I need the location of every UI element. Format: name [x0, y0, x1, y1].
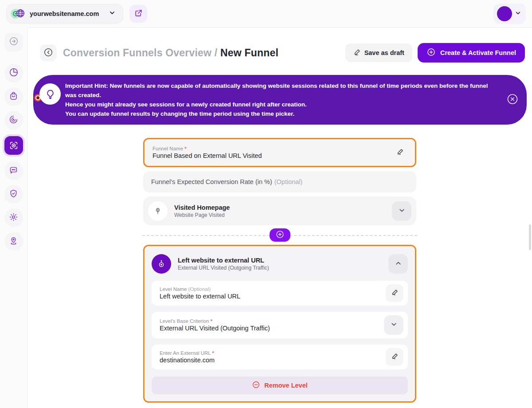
chevron-down-icon	[390, 321, 398, 330]
sidebar-item-locations[interactable]	[4, 232, 23, 251]
header-actions: Save as draft Create & Activate Funnel	[345, 43, 525, 63]
required-asterisk: *	[211, 318, 212, 324]
arrow-left-circle-icon	[43, 47, 53, 59]
sidebar-item-privacy[interactable]	[4, 185, 23, 204]
plus-circle-icon	[275, 230, 285, 240]
edit-pencil-icon	[391, 288, 399, 298]
create-activate-funnel-button[interactable]: Create & Activate Funnel	[418, 43, 525, 63]
save-as-draft-button[interactable]: Save as draft	[345, 43, 412, 62]
funnel-name-field[interactable]: Funnel Name * Funnel Based on External U…	[145, 139, 415, 166]
funnel-form: Funnel Name * Funnel Based on External U…	[143, 138, 416, 408]
save-as-draft-label: Save as draft	[364, 49, 404, 56]
top-bar: yourwebsitename.com	[0, 0, 532, 27]
scrollbar-thumb[interactable]	[529, 224, 531, 250]
website-selector[interactable]: yourwebsitename.com	[6, 4, 123, 24]
sidebar-item-feedback[interactable]	[4, 161, 23, 180]
level-1-expand-button[interactable]	[392, 201, 411, 221]
user-avatar-circle	[497, 6, 512, 21]
outgoing-target-icon	[152, 254, 171, 274]
chevron-down-icon	[398, 207, 406, 216]
breadcrumb-parent[interactable]: Conversion Funnels Overview	[63, 47, 211, 59]
external-url-field[interactable]: Enter An External URL * destinationsite.…	[152, 345, 408, 369]
add-level-button[interactable]	[270, 228, 290, 242]
conversion-rate-placeholder: Funnel's Expected Conversion Rate (in %)	[151, 178, 272, 185]
level-1-card: Visited Homepage Website Page Visited	[143, 196, 416, 225]
chevron-down-icon	[515, 10, 521, 18]
sidebar-collapse-icon	[9, 36, 19, 48]
funnel-name-edit-button[interactable]	[391, 144, 409, 161]
external-url-value[interactable]: destinationsite.com	[160, 357, 386, 364]
breadcrumb-separator: /	[215, 47, 218, 59]
level-2-collapse-button[interactable]	[388, 254, 408, 274]
chat-feedback-icon	[9, 165, 18, 177]
page-title: New Funnel	[220, 47, 278, 59]
chevron-down-icon	[109, 9, 116, 18]
level-name-label: Level Name (Optional)	[160, 286, 386, 292]
funnel-scan-icon	[4, 136, 23, 155]
level-2-highlight: Left website to external URL External UR…	[143, 245, 416, 403]
settings-gear-icon	[9, 212, 18, 224]
minus-circle-icon	[252, 381, 260, 390]
back-button[interactable]	[40, 44, 57, 61]
hint-banner: Important Hint: New funnels are now capa…	[33, 75, 527, 125]
funnel-name-label: Funnel Name *	[153, 146, 391, 151]
lightbulb-icon	[39, 83, 61, 105]
website-name: yourwebsitename.com	[30, 10, 104, 17]
external-url-label: Enter An External URL *	[160, 350, 386, 356]
hint-banner-close-button[interactable]	[506, 93, 519, 107]
sidebar-item-ecommerce[interactable]	[4, 87, 23, 106]
sessions-spiral-icon	[9, 115, 18, 126]
level-2-subtitle: External URL Visited (Outgoing Traffic)	[178, 265, 388, 271]
edit-pencil-icon	[353, 48, 361, 57]
hint-line-1: Important Hint: New funnels are now capa…	[65, 81, 495, 100]
shopping-bag-icon	[9, 91, 18, 102]
page-header: Conversion Funnels Overview / New Funnel…	[27, 28, 532, 63]
base-criterion-value[interactable]: External URL Visited (Outgoing Traffic)	[160, 325, 384, 332]
optional-mark: (Optional)	[188, 286, 211, 292]
external-link-icon	[134, 9, 143, 19]
optional-mark: (Optional)	[274, 178, 303, 185]
account-menu[interactable]	[493, 4, 526, 24]
level-name-edit-button[interactable]	[386, 284, 403, 302]
base-criterion-label: Level's Base Criterion *	[160, 318, 384, 324]
breadcrumb: Conversion Funnels Overview / New Funnel	[63, 47, 278, 59]
sidebar-item-funnels[interactable]	[3, 134, 25, 157]
level-2-title: Left website to external URL	[178, 257, 388, 264]
site-globe-icon	[10, 8, 25, 20]
plus-circle-icon	[426, 47, 436, 58]
hint-line-3: You can update funnel results by changin…	[65, 109, 495, 118]
sidebar-item-dashboard[interactable]	[4, 64, 23, 82]
external-url-edit-button[interactable]	[386, 348, 403, 366]
funnel-name-highlight: Funnel Name * Funnel Based on External U…	[143, 138, 416, 167]
open-website-button[interactable]	[129, 5, 147, 23]
remove-level-label: Remove Level	[264, 382, 308, 389]
location-pin-icon	[9, 236, 18, 247]
level-name-value[interactable]: Left website to external URL	[160, 293, 386, 300]
sidebar-item-sessions[interactable]	[4, 111, 23, 129]
close-circle-icon	[506, 93, 519, 107]
page-pin-icon	[148, 201, 168, 221]
sidebar-collapse-button[interactable]	[4, 33, 23, 51]
level-name-field[interactable]: Level Name (Optional) Left website to ex…	[152, 281, 408, 306]
funnel-name-value[interactable]: Funnel Based on External URL Visited	[153, 152, 391, 159]
main-content: Conversion Funnels Overview / New Funnel…	[27, 27, 532, 408]
level-1-title: Visited Homepage	[174, 204, 392, 211]
sidebar-item-settings[interactable]	[4, 208, 23, 227]
conversion-rate-field[interactable]: Funnel's Expected Conversion Rate (in %)…	[143, 171, 416, 192]
required-asterisk: *	[184, 146, 186, 151]
required-asterisk: *	[212, 350, 214, 356]
shield-check-icon	[9, 189, 18, 200]
level-1-subtitle: Website Page Visited	[174, 212, 392, 218]
edit-pencil-icon	[391, 352, 399, 362]
level-2-header: Left website to external URL External UR…	[152, 251, 408, 280]
pie-chart-icon	[9, 67, 19, 79]
base-criterion-dropdown-button[interactable]	[384, 315, 403, 335]
edit-pencil-icon	[396, 148, 404, 157]
level-2-card: Left website to external URL External UR…	[145, 246, 415, 401]
add-level-divider	[143, 228, 416, 242]
sidebar-nav	[0, 27, 27, 408]
base-criterion-field[interactable]: Level's Base Criterion * External URL Vi…	[152, 312, 408, 338]
chevron-up-icon	[395, 259, 402, 268]
hint-line-2: Hence you might already see sessions for…	[65, 100, 495, 109]
remove-level-button[interactable]: Remove Level	[152, 377, 408, 394]
